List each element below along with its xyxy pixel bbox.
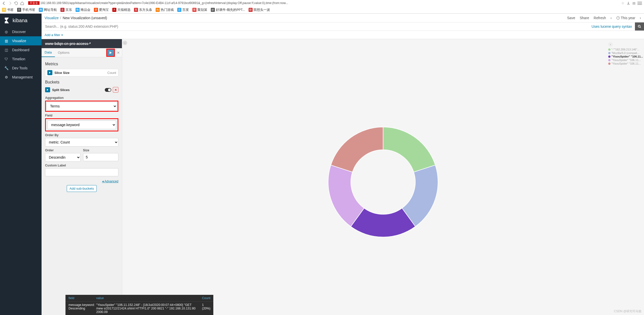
save-button[interactable]: Save [567, 16, 575, 20]
search-submit[interactable] [635, 22, 644, 31]
legend-item[interactable]: "YisouSpider" "106.11... [608, 58, 643, 62]
dashboard-icon: ◫ [4, 48, 9, 52]
bookmarks-bar: 书书签手手机书签网网址导航京京东唯唯品会爱爱淘宝天天猫精选东东方头条热热门游戏百… [0, 6, 644, 13]
expand-icon[interactable] [45, 87, 50, 92]
bookmark-item[interactable]: 书书签 [2, 8, 14, 12]
search-input[interactable] [42, 22, 589, 31]
metrics-heading: Metrics [45, 62, 118, 66]
brand-text: kibana [13, 18, 27, 23]
star-icon[interactable]: ☆ [621, 1, 624, 5]
url-bar[interactable]: 不安全 192.168.93.169:5601/app/kibana#/visu… [26, 1, 619, 6]
bookmark-item[interactable]: 热热门游戏 [156, 8, 174, 12]
svg-point-1 [638, 25, 640, 27]
sidebar: kibana ◎ Discover ▥ Visualize ◫ Dashboar… [0, 14, 42, 315]
delete-bucket-button[interactable]: ✕ [113, 87, 118, 93]
customlabel-input[interactable] [45, 168, 118, 176]
filter-bar: Add a filter + [42, 31, 644, 39]
advanced-toggle[interactable]: ◂ Advanced [102, 180, 118, 183]
search-icon [638, 25, 641, 28]
bucket-row[interactable]: Split Slices ✕ [45, 87, 118, 93]
crumb-visualize[interactable]: Visualize [45, 16, 59, 20]
browser-chrome: 不安全 192.168.93.169:5601/app/kibana#/visu… [0, 0, 644, 14]
config-panel: www-bdqn-cn-pro-access-* Data Options ✕ … [42, 39, 122, 315]
customlabel-label: Custom Label [45, 164, 118, 167]
add-sub-buckets-button[interactable]: Add sub-buckets [67, 185, 97, 192]
bookmark-item[interactable]: 天天猫精选 [112, 8, 130, 12]
sidebar-item-discover[interactable]: ◎ Discover [0, 27, 42, 36]
aggregation-label: Aggregation [45, 96, 118, 100]
menu-icon[interactable] [637, 2, 642, 5]
bookmark-item[interactable]: 爱爱淘宝 [94, 8, 109, 12]
legend-item[interactable]: "YisouSpider" "106.11... [608, 62, 643, 65]
brand-logo[interactable]: kibana [0, 14, 42, 27]
hover-tooltip: field value Count message.keyword: Desce… [65, 295, 213, 315]
enable-toggle[interactable] [105, 88, 111, 92]
metric-row[interactable]: Slice Size Count [45, 69, 118, 76]
sidebar-item-timelion[interactable]: 🛡 Timelion [0, 54, 42, 64]
legend-item[interactable]: "-""162.209.213.146"... [608, 48, 643, 51]
orderby-label: Order By [45, 133, 118, 137]
index-pattern-title: www-bdqn-cn-pro-access-* [42, 39, 122, 48]
field-label: Field [45, 114, 118, 117]
bookmark-item[interactable]: 京京东 [60, 8, 72, 12]
bookmark-item[interactable]: 聚聚划算 [192, 8, 207, 12]
buckets-heading: Buckets [45, 80, 118, 84]
download-icon[interactable] [626, 1, 630, 5]
legend: › "-""162.209.213.146"..."Mozilla/5.0 (c… [608, 42, 643, 65]
bookmark-item[interactable]: 好好课件-领先的PPT... [211, 8, 245, 12]
apply-changes-button[interactable] [106, 49, 115, 57]
tab-data[interactable]: Data [42, 48, 55, 57]
legend-scroll-button[interactable]: › [608, 42, 613, 47]
back-icon[interactable] [2, 1, 6, 5]
bookmark-item[interactable]: 网网址导航 [39, 8, 57, 12]
visualization-area: › "-""162.209.213.146"..."Mozilla/5.0 (c… [122, 39, 644, 315]
bookmark-item[interactable]: 百百度 [177, 8, 189, 12]
gear-icon: ⚙ [4, 75, 9, 79]
lucene-link[interactable]: Uses lucene query syntax [589, 22, 635, 31]
order-select[interactable]: Descendin [45, 153, 81, 162]
sidebar-item-visualize[interactable]: ▥ Visualize [0, 36, 42, 45]
refresh-button[interactable]: Refresh [594, 16, 606, 20]
pie-slice[interactable] [383, 127, 435, 172]
breadcrumb: Visualize / New Visualization (unsaved) [45, 16, 107, 20]
timepicker[interactable]: This year [616, 16, 635, 20]
share-button[interactable]: Share [580, 16, 589, 20]
bookmark-item[interactable]: 唯唯品会 [76, 8, 90, 12]
size-label: Size [83, 149, 119, 152]
home-icon[interactable] [20, 1, 24, 5]
crumb-current: New Visualization (unsaved) [63, 16, 107, 20]
timepicker-prev[interactable]: ‹ [611, 16, 612, 20]
aggregation-select[interactable]: Terms [46, 102, 117, 110]
size-input[interactable] [83, 153, 119, 161]
url-text: 192.168.93.169:5601/app/kibana#/visualiz… [40, 1, 288, 5]
tab-options[interactable]: Options [55, 48, 73, 57]
top-bar: Visualize / New Visualization (unsaved) … [42, 14, 644, 22]
bookmark-item[interactable]: 手手机书签 [17, 8, 35, 12]
add-filter-link[interactable]: Add a filter + [45, 33, 63, 37]
chart-icon: ▥ [4, 39, 9, 43]
legend-item[interactable]: "Mozilla/5.0 (compati... [608, 51, 643, 55]
compass-icon: ◎ [4, 30, 9, 34]
field-select[interactable]: message.keyword [47, 121, 116, 129]
pie-chart[interactable] [324, 123, 442, 241]
clock-icon [616, 16, 620, 20]
discard-changes-button[interactable]: ✕ [115, 51, 122, 55]
orderby-select[interactable]: metric: Count [45, 138, 118, 147]
forward-icon[interactable] [8, 1, 12, 5]
play-icon [109, 51, 112, 54]
bookmark-item[interactable]: 东东方头条 [134, 8, 152, 12]
ext-icon[interactable]: ▤ [632, 1, 635, 5]
sidebar-item-dashboard[interactable]: ◫ Dashboard [0, 45, 42, 54]
sidebar-item-devtools[interactable]: 🔧 Dev Tools [0, 64, 42, 73]
order-label: Order [45, 149, 81, 152]
bookmark-item[interactable]: 联联想头一波 [249, 8, 270, 12]
watermark: CSDN @研究司马懿 [614, 309, 641, 313]
sidebar-item-management[interactable]: ⚙ Management [0, 73, 42, 82]
expand-icon[interactable] [47, 70, 52, 75]
legend-item[interactable]: "YisouSpider" "106.11... [608, 55, 643, 58]
timepicker-next[interactable]: › [640, 16, 641, 20]
reload-icon[interactable] [14, 1, 18, 5]
search-row: Uses lucene query syntax [42, 22, 644, 31]
pie-slice[interactable] [331, 127, 383, 172]
insecure-pill: 不安全 [28, 1, 40, 5]
